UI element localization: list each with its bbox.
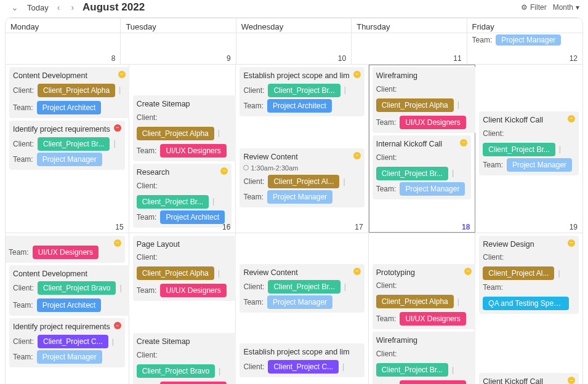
day-cell[interactable]: − Client Kickoff Call Client:Client_Proj… — [475, 65, 582, 233]
event-card[interactable]: − Identify project requirements Client:C… — [9, 318, 125, 367]
client-tag-alpha[interactable]: Client_Project Alpha — [137, 266, 214, 280]
caret-down-icon: ▾ — [576, 3, 579, 12]
day-cell[interactable]: Page Layout Client:Client_Project Alpha|… — [129, 233, 236, 385]
client-tag-bravo[interactable]: Client_Project Bravo — [38, 281, 116, 295]
event-card[interactable]: Content Development Client:Client_Projec… — [9, 265, 129, 316]
client-tag-alpha[interactable]: Client_Project Alpha — [376, 98, 454, 112]
day-cell[interactable]: 8 — [6, 33, 121, 64]
dropdown-icon[interactable]: ⌄ — [9, 2, 21, 12]
event-card[interactable]: − Review Content Client:Client_Project B… — [240, 264, 364, 313]
client-tag-bravo[interactable]: Client_Project Br... — [376, 167, 448, 180]
status-icon: − — [568, 115, 575, 122]
event-card[interactable]: − Client Kickoff Call Client:Client_Proj… — [479, 373, 579, 384]
event-card[interactable]: Page Layout Client:Client_Project Alpha|… — [133, 236, 236, 302]
team-tag-pm[interactable]: Project Manager — [267, 190, 332, 204]
team-tag-architect[interactable]: Project Architect — [37, 101, 102, 114]
day-header: Friday Team: Project Manager — [467, 18, 582, 33]
status-icon: − — [464, 268, 472, 275]
day-header-row: Monday Tuesday Wednesday Thursday Friday… — [6, 18, 582, 33]
client-tag-alpha[interactable]: Client_Project Al... — [268, 175, 339, 188]
client-tag-bravo[interactable]: Client_Project Br... — [137, 195, 209, 209]
day-cell[interactable]: − Content Development Client: Client_Pro… — [6, 65, 129, 233]
client-tag-alpha[interactable]: Client_Project Al... — [483, 266, 554, 280]
team-tag-pm[interactable]: Project Manager — [507, 158, 572, 172]
day-header: Thursday — [352, 18, 467, 33]
day-cell-today[interactable]: Wireframing Client:Client_Project Alpha|… — [369, 65, 476, 233]
client-tag-bravo[interactable]: Client_Project Br... — [268, 280, 340, 294]
team-tag-ux[interactable]: UI/UX Designers — [33, 246, 99, 259]
week-row: − Team:UI/UX Designers Content Developme… — [6, 233, 582, 385]
prev-month-icon[interactable]: ‹ — [55, 2, 63, 12]
event-card[interactable]: Wireframing Client:Client_Project Alpha|… — [373, 67, 476, 133]
month-label: August 2022 — [83, 1, 145, 14]
day-cell[interactable]: − Team:UI/UX Designers Content Developme… — [6, 233, 129, 385]
day-cell[interactable]: 10 — [236, 33, 352, 64]
team-tag-qa[interactable]: QA and Testing Special — [483, 297, 569, 310]
team-tag-architect[interactable]: Project Architect — [37, 298, 102, 312]
status-icon: − — [353, 152, 361, 159]
team-tag-pm[interactable]: Project Manager — [400, 182, 465, 196]
client-tag-alpha[interactable]: Client_Project Alpha — [376, 295, 454, 308]
team-tag-pm[interactable]: Project Manager — [267, 295, 332, 309]
client-tag-bravo[interactable]: Client_Project Br... — [376, 363, 448, 377]
event-card[interactable]: Wireframing Client:Client_Project Br...|… — [373, 332, 476, 384]
team-tag-architect[interactable]: Project Architect — [267, 99, 332, 113]
client-label: Client: — [13, 85, 34, 96]
client-tag-alpha[interactable]: Client_Project Alpha — [137, 127, 214, 140]
day-cell[interactable]: 12 — [467, 33, 582, 64]
event-card[interactable]: Create Sitemap Client:Client_Project Alp… — [133, 95, 236, 161]
day-cell[interactable]: − Prototyping Client:Client_Project Alph… — [369, 233, 476, 385]
filter-icon: ⚙ — [521, 3, 528, 12]
client-tag-bravo[interactable]: Client_Project Br... — [483, 143, 555, 156]
event-card[interactable]: − Establish project scope and lim Client… — [240, 67, 364, 116]
client-tag-bravo[interactable]: Client_Project Br... — [38, 137, 110, 151]
team-tag-ux[interactable]: UI/UX Designers — [400, 312, 465, 326]
view-select[interactable]: Month ▾ — [553, 3, 579, 12]
event-card[interactable]: − Internal Kickoff Call Client:Client_Pr… — [373, 135, 472, 199]
event-card[interactable]: Create Sitemap Client:Client_Project Bra… — [133, 333, 236, 384]
team-label: Team: — [13, 102, 33, 113]
event-card[interactable]: − Research Client:Client_Project Br...| … — [133, 164, 232, 228]
event-card[interactable]: − Team:UI/UX Designers — [5, 236, 125, 263]
client-tag-charlie[interactable]: Client_Project C... — [38, 335, 108, 348]
status-icon: − — [114, 322, 121, 329]
day-cell[interactable]: − Establish project scope and lim Client… — [236, 65, 368, 233]
week-row: 8 9 10 11 12 — [6, 33, 582, 64]
team-tag-ux[interactable]: UI/UX Designers — [400, 116, 465, 129]
team-tag-architect[interactable]: Project Architect — [160, 210, 225, 224]
client-tag-bravo[interactable]: Client_Project Bravo — [137, 364, 215, 378]
today-button[interactable]: Today — [27, 3, 49, 12]
day-header: Monday — [6, 18, 121, 33]
day-header: Tuesday — [121, 18, 236, 33]
next-month-icon[interactable]: › — [68, 2, 76, 12]
team-tag-pm[interactable]: Project Manager — [37, 350, 102, 364]
client-tag-bravo[interactable]: Client_Project Br... — [268, 84, 340, 97]
status-icon: − — [114, 124, 121, 132]
event-card[interactable]: − Content Development Client: Client_Pro… — [9, 67, 129, 118]
client-tag-charlie[interactable]: Client_Project C... — [268, 360, 339, 374]
team-tag-pm[interactable]: Project Manager — [37, 153, 102, 166]
event-card[interactable]: − Review Content 1:30am-2:30am Client:Cl… — [240, 148, 364, 207]
day-cell[interactable]: Create Sitemap Client:Client_Project Alp… — [129, 65, 236, 233]
team-tag-ux[interactable]: UI/UX Designers — [160, 284, 226, 297]
day-header: Wednesday — [236, 18, 352, 33]
event-card[interactable]: − Prototyping Client:Client_Project Alph… — [373, 264, 476, 330]
team-tag-ux[interactable]: UI/UX Designers — [160, 144, 226, 158]
team-tag-ux[interactable]: UI/UX Designers — [400, 380, 465, 384]
status-icon: − — [114, 239, 121, 247]
status-icon: − — [568, 239, 575, 247]
day-cell[interactable]: − Review Design Client:Client_Project Al… — [475, 233, 582, 385]
day-cell[interactable]: 9 — [121, 33, 236, 64]
day-cell[interactable]: 11 — [352, 33, 467, 64]
status-icon: − — [568, 377, 575, 384]
event-card[interactable]: Establish project scope and lim Client:C… — [240, 343, 364, 377]
week-row: − Content Development Client: Client_Pro… — [6, 64, 582, 233]
event-card[interactable]: − Identify project requirements Client:C… — [9, 121, 125, 170]
event-card[interactable]: − Review Design Client:Client_Project Al… — [479, 236, 579, 314]
status-icon: − — [118, 71, 126, 78]
client-tag-alpha[interactable]: Client_Project Alpha — [38, 84, 115, 97]
team-tag-ux[interactable]: UI/UX Designers — [160, 382, 226, 384]
event-card[interactable]: − Client Kickoff Call Client:Client_Proj… — [479, 111, 579, 175]
filter-button[interactable]: ⚙ Filter — [521, 3, 547, 12]
day-cell[interactable]: − Review Content Client:Client_Project B… — [236, 233, 368, 385]
